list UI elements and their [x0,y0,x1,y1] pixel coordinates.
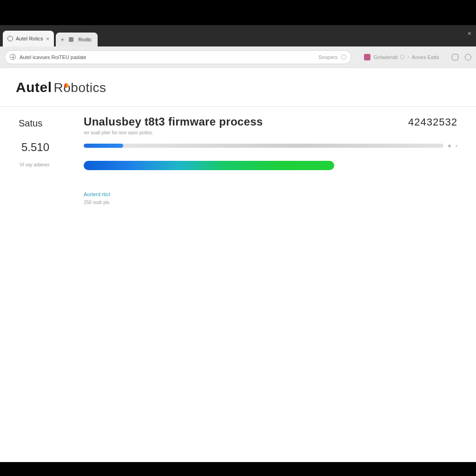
square-icon [400,55,404,59]
globe-icon [7,36,13,41]
breadcrumb-pill[interactable]: Gotaderatt › Aoves Eatts [355,50,448,64]
tab-label: Autel Rotics [16,36,43,41]
reload-icon[interactable] [341,54,346,60]
progress-dot-icon [456,145,457,147]
favicon-placeholder-icon [69,37,73,42]
toolbar-right [452,54,471,60]
progress-thin-row [84,144,457,148]
meta-link[interactable]: Aorterd rtict [84,192,457,197]
window-close-icon[interactable]: × [468,30,471,37]
address-text: Autel icavues RoiTEU padate [20,54,86,60]
browser-toolbar: Autel icavues RoiTEU padate Snopers Gota… [0,46,476,68]
brand-header: Autel Robotics [0,68,476,107]
progress-thick[interactable] [84,161,334,170]
meta-block: Aorterd rtict 250 nodr pix. [84,192,457,205]
page-body: Autel Robotics Satus 5.510 VI vay arbeve… [0,68,476,205]
content-area: Satus 5.510 VI vay arbever Unalusbey t8t… [0,107,476,205]
page-counter: 42432532 [408,115,457,128]
page-title: Unalusbey t8t3 firmware process [84,115,263,128]
tab-close-icon[interactable]: × [46,35,50,42]
status-version: 5.510 [19,141,73,154]
breadcrumb-b: Aoves Eatts [412,54,439,60]
brand-word-1: Autel [16,79,52,95]
chevron-right-icon: › [407,54,409,60]
globe-icon [10,54,16,60]
status-heading: Satus [19,118,73,129]
address-bar[interactable]: Autel icavues RoiTEU padate Snopers [5,50,351,64]
brand-word-2: Robotics [54,80,106,95]
brand-logo[interactable]: Autel Robotics [16,79,106,95]
progress-thin-fill [84,144,123,148]
breadcrumb-a: Gotaderatt [373,54,397,60]
tab-strip: Autel Rotics × + Rodtc × [0,25,476,46]
profile-icon[interactable] [465,54,471,60]
main-panel: Unalusbey t8t3 firmware process rer soal… [84,115,457,205]
meta-caption: 250 nodr pix. [84,200,457,205]
page-subtitle: rer soall piter for reor sann poltes. [84,130,263,135]
browser-tab-new[interactable]: + Rodtc [56,33,98,46]
app-badge-icon [364,54,370,60]
sidebar: Satus 5.510 VI vay arbever [19,115,73,205]
extension-icon[interactable] [452,54,458,60]
tab-label: Rodtc [78,37,92,42]
browser-tab-active[interactable]: Autel Rotics × [3,31,54,46]
progress-thin[interactable] [84,144,443,148]
browser-window: Autel Rotics × + Rodtc × Autel icavues R… [0,25,476,462]
brand-o-icon: o [63,80,71,95]
status-caption: VI vay arbever [19,162,73,167]
progress-dot-icon [448,145,451,147]
plus-icon[interactable]: + [60,36,64,43]
address-suffix: Snopers [318,54,337,60]
